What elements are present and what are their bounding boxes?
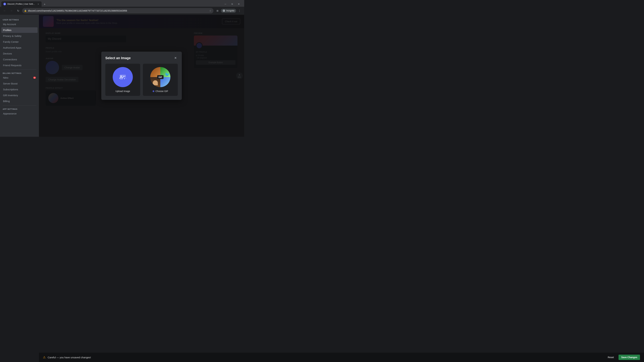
- back-btn[interactable]: ←: [2, 8, 8, 13]
- sidebar-item-label: Friend Requests: [3, 64, 22, 67]
- choose-gif-option[interactable]: 🐦 GIF: [143, 64, 178, 96]
- forward-btn[interactable]: →: [9, 8, 14, 13]
- close-window-btn[interactable]: ✕: [236, 1, 242, 7]
- sidebar-item-label: Privacy & Safety: [3, 34, 22, 37]
- modal-overlay: Select an Image ✕: [39, 15, 244, 137]
- decorative-icon: 🐦: [165, 72, 170, 76]
- upload-image-option[interactable]: + Upload Image: [105, 64, 140, 96]
- tab-bar: D Discord | Profiles | User Settings ✕ +…: [0, 0, 244, 7]
- sidebar: USER SETTINGS My Account Profiles Privac…: [0, 15, 39, 137]
- nav-bar: ← → ↻ 🔒 discord.com/channels/11823468517…: [0, 7, 244, 15]
- choose-gif-label: ⊛ Choose GIF: [152, 90, 168, 92]
- sidebar-divider-app: [3, 105, 36, 105]
- reload-btn[interactable]: ↻: [16, 8, 21, 13]
- incognito-badge: I Incognito: [221, 9, 236, 13]
- modal-header: Select an Image ✕: [105, 56, 178, 60]
- active-tab[interactable]: D Discord | Profiles | User Settings ✕: [1, 1, 42, 7]
- sidebar-item-connections[interactable]: Connections: [1, 57, 38, 62]
- user-settings-label: USER SETTINGS: [1, 17, 38, 21]
- browser-chrome: D Discord | Profiles | User Settings ✕ +…: [0, 0, 244, 15]
- upload-icon-circle: +: [113, 67, 133, 87]
- app-container: USER SETTINGS My Account Profiles Privac…: [0, 15, 244, 137]
- sidebar-item-privacy-safety[interactable]: Privacy & Safety: [1, 33, 38, 39]
- sidebar-item-label: Family Center: [3, 40, 18, 43]
- sidebar-item-my-account[interactable]: My Account: [1, 21, 38, 27]
- sidebar-item-label: Billing: [3, 100, 10, 103]
- sidebar-item-profiles[interactable]: Profiles: [1, 27, 38, 33]
- sidebar-item-server-boost[interactable]: Server Boost: [1, 81, 38, 86]
- minimize-btn[interactable]: ─: [223, 1, 228, 7]
- sidebar-item-label: Subscriptions: [3, 88, 18, 91]
- sidebar-item-billing[interactable]: Billing: [1, 98, 38, 104]
- new-tab-btn[interactable]: +: [42, 2, 47, 7]
- sidebar-item-family-center[interactable]: Family Center: [1, 39, 38, 44]
- billing-settings-label: BILLING SETTINGS: [1, 71, 38, 75]
- sidebar-item-label: Connections: [3, 58, 17, 61]
- sidebar-item-label: Devices: [3, 52, 12, 55]
- sidebar-item-friend-requests[interactable]: Friend Requests: [1, 62, 38, 68]
- sidebar-item-gift-inventory[interactable]: Gift Inventory: [1, 92, 38, 98]
- url-text: discord.com/channels/1182346851781984336…: [28, 9, 208, 12]
- restore-btn[interactable]: ⧉: [230, 1, 235, 7]
- address-bar[interactable]: 🔒 discord.com/channels/11823468517819843…: [22, 8, 214, 13]
- incognito-icon: I: [222, 9, 225, 12]
- tab-close-btn[interactable]: ✕: [37, 3, 40, 5]
- select-image-modal: Select an Image ✕: [101, 52, 182, 100]
- svg-text:I: I: [224, 10, 224, 12]
- nitro-badge: ●: [33, 77, 36, 79]
- menu-btn[interactable]: ⋮: [237, 8, 242, 13]
- sidebar-item-label: Server Boost: [3, 82, 18, 85]
- sidebar-item-devices[interactable]: Devices: [1, 51, 38, 56]
- bookmark-icon[interactable]: ☆: [209, 9, 212, 12]
- modal-options: + Upload Image 🐦: [105, 64, 178, 96]
- sidebar-item-label: My Account: [3, 23, 16, 26]
- nitro-icon: ⊛: [152, 90, 154, 92]
- face-shape: [153, 80, 158, 85]
- lock-icon: 🔒: [24, 9, 27, 12]
- gif-badge: GIF: [157, 75, 164, 79]
- upload-image-icon: +: [118, 72, 128, 82]
- svg-text:D: D: [4, 3, 5, 5]
- tab-favicon: D: [3, 3, 6, 5]
- sidebar-item-label: Profiles: [3, 29, 12, 31]
- gif-preview-circle: 🐦 GIF: [150, 67, 170, 87]
- close-icon: ✕: [174, 56, 177, 60]
- sidebar-item-label: Nitro: [3, 76, 8, 79]
- modal-title: Select an Image: [105, 56, 131, 60]
- sidebar-item-appearance[interactable]: Appearance: [1, 111, 38, 116]
- sidebar-item-label: Gift Inventory: [3, 94, 18, 97]
- app-settings-label: APP SETTINGS: [1, 107, 38, 111]
- tab-title: Discord | Profiles | User Settings: [8, 3, 36, 5]
- main-content: 'Tis the season for feelin' festive! Dec…: [39, 15, 244, 137]
- sidebar-item-label: Appearance: [3, 112, 16, 115]
- sidebar-item-subscriptions[interactable]: Subscriptions: [1, 87, 38, 92]
- svg-text:+: +: [124, 77, 125, 80]
- upload-option-label: Upload Image: [116, 90, 130, 92]
- sidebar-item-nitro[interactable]: Nitro ●: [1, 75, 38, 80]
- extensions-btn[interactable]: ⊞: [215, 8, 220, 13]
- sidebar-item-label: Authorized Apps: [3, 46, 21, 49]
- nav-right-buttons: ⊞ I Incognito ⋮: [215, 8, 242, 13]
- modal-close-btn[interactable]: ✕: [173, 56, 178, 60]
- sidebar-item-authorized-apps[interactable]: Authorized Apps: [1, 45, 38, 50]
